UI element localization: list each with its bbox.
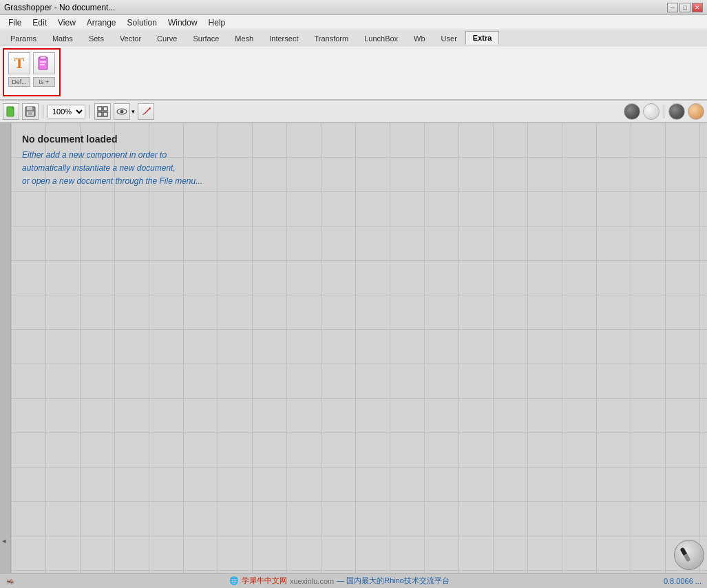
restore-button[interactable]: □: [679, 3, 690, 12]
menu-view[interactable]: View: [52, 15, 81, 30]
no-document-panel: No document loaded Either add a new comp…: [22, 134, 202, 189]
menubar: File Edit View Arrange Solution Window H…: [0, 15, 707, 30]
ribbon-icons: T: [8, 52, 55, 74]
sphere-sep: [664, 105, 664, 118]
svg-point-16: [149, 107, 151, 109]
titlebar-title: Grasshopper - No document...: [4, 3, 115, 12]
canvas-area[interactable]: No document loaded Either add a new comp…: [11, 123, 707, 573]
tab-curve[interactable]: Curve: [149, 31, 184, 45]
svg-rect-9: [28, 112, 32, 115]
menu-solution[interactable]: Solution: [122, 15, 162, 30]
tab-surface[interactable]: Surface: [185, 31, 226, 45]
sphere-orange[interactable]: [688, 103, 704, 120]
sphere-dark-2[interactable]: [668, 103, 685, 120]
svg-rect-12: [98, 112, 102, 116]
tab-mesh[interactable]: Mesh: [227, 31, 261, 45]
sidebar-arrow: ◂: [2, 536, 6, 545]
menu-help[interactable]: Help: [203, 15, 231, 30]
ribbon-labels: Def... ts +: [8, 77, 55, 87]
titlebar-controls: ─ □ ✕: [667, 3, 703, 12]
ribbon-tabbar: Params Maths Sets Vector Curve Surface M…: [0, 30, 707, 45]
ribbon-panel-extra: T Def... ts +: [3, 48, 61, 96]
ribbon-icon-ts[interactable]: [33, 52, 55, 74]
tab-sets[interactable]: Sets: [81, 31, 112, 45]
ribbon-label-ts: ts +: [33, 77, 55, 87]
statusbar-site-name: 学犀牛中文网: [242, 576, 287, 586]
no-document-line1: Either add a new component in order to: [22, 149, 202, 162]
toolbar-sep2: [89, 105, 90, 118]
statusbar-desc: — 国内最大的Rhino技术交流平台: [337, 576, 450, 586]
statusbar-left: 🦗: [6, 576, 15, 585]
compass[interactable]: [674, 540, 704, 570]
zoom-select[interactable]: 100% 50% 75% 150% 200%: [48, 105, 85, 118]
statusbar-url: xuexinlu.com: [290, 577, 334, 585]
fit-button[interactable]: [94, 103, 111, 120]
close-button[interactable]: ✕: [692, 3, 703, 12]
sphere-dark-1[interactable]: [624, 103, 640, 120]
svg-rect-7: [27, 107, 32, 110]
svg-rect-13: [103, 112, 107, 116]
view-button[interactable]: [114, 103, 130, 120]
view-dropdown-arrow[interactable]: ▾: [131, 108, 135, 115]
draw-button[interactable]: [138, 103, 154, 120]
svg-rect-11: [103, 107, 107, 111]
tab-lunchbox[interactable]: LunchBox: [357, 31, 405, 45]
ribbon-content: T Def... ts +: [0, 45, 707, 101]
menu-arrange[interactable]: Arrange: [81, 15, 122, 30]
tab-intersect[interactable]: Intersect: [262, 31, 306, 45]
no-document-title: No document loaded: [22, 134, 202, 145]
toolbar: 100% 50% 75% 150% 200% ▾: [0, 101, 707, 123]
ribbon-label-def: Def...: [8, 77, 30, 87]
save-button[interactable]: [22, 103, 39, 120]
svg-point-15: [120, 109, 124, 113]
menu-edit[interactable]: Edit: [27, 15, 52, 30]
statusbar-version: 0.8.0066 ...: [664, 577, 701, 585]
compass-dial: [674, 540, 704, 570]
tab-maths[interactable]: Maths: [45, 31, 81, 45]
sphere-light[interactable]: [643, 103, 659, 120]
sphere-buttons: [624, 103, 704, 120]
statusbar-icon2: 🌐: [229, 576, 239, 585]
tab-extra[interactable]: Extra: [465, 31, 500, 45]
tab-user[interactable]: User: [434, 31, 465, 45]
svg-rect-10: [98, 107, 102, 111]
svg-rect-2: [40, 61, 46, 63]
menu-file[interactable]: File: [3, 15, 27, 30]
compass-needle: [679, 547, 690, 562]
ribbon-icon-def[interactable]: T: [8, 52, 30, 74]
tab-transform[interactable]: Transform: [306, 31, 356, 45]
titlebar: Grasshopper - No document... ─ □ ✕: [0, 0, 707, 15]
statusbar-center: 🌐 学犀牛中文网 xuexinlu.com — 国内最大的Rhino技术交流平台: [229, 576, 450, 586]
tab-wb[interactable]: Wb: [406, 31, 433, 45]
svg-rect-1: [40, 56, 46, 59]
new-button[interactable]: [3, 103, 19, 120]
toolbar-sep1: [43, 105, 43, 118]
no-document-body: Either add a new component in order to a…: [22, 149, 202, 189]
view-button-group[interactable]: ▾: [114, 103, 135, 120]
minimize-button[interactable]: ─: [667, 3, 678, 12]
menu-window[interactable]: Window: [162, 15, 203, 30]
statusbar-icon: 🦗: [6, 576, 15, 585]
tab-vector[interactable]: Vector: [112, 31, 149, 45]
tab-params[interactable]: Params: [3, 31, 44, 45]
canvas-grid: [11, 123, 707, 573]
no-document-line2: automatically instantiate a new document…: [22, 162, 202, 175]
no-document-line3: or open a new document through the File …: [22, 175, 202, 188]
svg-rect-3: [40, 64, 45, 65]
statusbar: 🦗 🌐 学犀牛中文网 xuexinlu.com — 国内最大的Rhino技术交流…: [0, 573, 707, 588]
left-sidebar: ◂: [0, 123, 11, 573]
